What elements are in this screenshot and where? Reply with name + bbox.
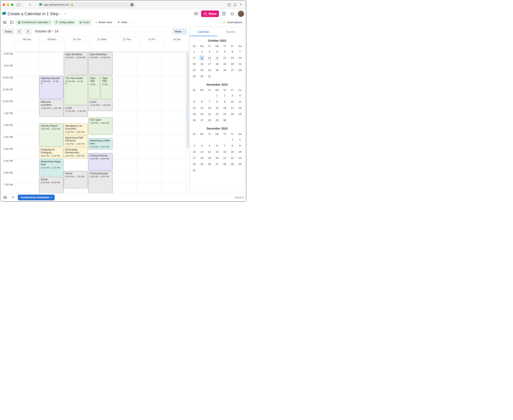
add-sheet-icon[interactable]: + (10, 195, 16, 200)
event[interactable]: Dinner6:00 PM – 7:30 PM (64, 171, 88, 188)
mini-day[interactable]: 28 (221, 161, 229, 167)
mini-day[interactable]: 3 (229, 92, 236, 98)
mini-day[interactable]: 4 (213, 48, 221, 55)
mini-day[interactable]: 9 (221, 98, 229, 105)
mini-day[interactable]: 11• +7 (213, 55, 221, 61)
event[interactable]: Industry Report2:00 PM – 4:00 PM (39, 123, 63, 147)
url-bar[interactable]: app.spreadsheet.com 🔒 ••• (39, 2, 135, 8)
mini-day[interactable]: 10• +6 (206, 55, 213, 61)
mini-day[interactable]: 4 (198, 142, 206, 149)
event[interactable]: Networking Happy Hour5:00 PM – 6:30 PM (39, 159, 63, 176)
mini-day[interactable]: 7 (206, 98, 213, 105)
mini-day[interactable]: 26 (206, 161, 213, 167)
mini-day[interactable]: 8 (213, 98, 221, 105)
mini-day[interactable]: 17 (229, 105, 236, 111)
mini-day[interactable]: 29 (190, 73, 198, 79)
close-window-icon[interactable] (3, 3, 5, 6)
mini-day[interactable]: 25 (198, 161, 206, 167)
event[interactable]: Open Breakfast8:00 AM – 10:00 AM (64, 52, 88, 75)
mini-day[interactable]: 13 (213, 149, 221, 155)
mini-day[interactable]: 18 (236, 105, 244, 111)
mini-day[interactable]: 8 (229, 142, 236, 149)
today-button[interactable]: Today (2, 28, 14, 35)
mini-day[interactable]: 27 (198, 117, 206, 123)
mini-day[interactable]: 11 (198, 149, 206, 155)
mini-day[interactable]: 30 (198, 73, 206, 79)
doc-title[interactable]: Create a Calendar in 1 Step (7, 12, 59, 16)
mini-day[interactable]: 13 (198, 105, 206, 111)
mini-day[interactable]: 22 (190, 67, 198, 73)
automations-button[interactable]: ⚡ Automations (220, 20, 244, 25)
mini-day[interactable]: 12 (190, 105, 198, 111)
more-icon[interactable]: ··· (131, 20, 136, 25)
mini-day[interactable]: 19 (221, 61, 229, 67)
event[interactable]: Welcome Luncheon12:00 PM – 1:30 PM (39, 100, 63, 117)
mini-day[interactable]: 5 (221, 48, 229, 55)
share-browser-icon[interactable] (232, 2, 238, 8)
event[interactable]: CEO Q&A1:30 PM – 3:00 PM (88, 117, 112, 135)
event[interactable]: Eliminating Bureaucracy4:00 PM – 5:00 PM (64, 147, 88, 158)
collapse-sidebar-button[interactable]: › (186, 109, 189, 119)
mini-day[interactable]: 6 (198, 98, 206, 105)
event[interactable]: Topic TBD10:00 … (88, 76, 100, 99)
tab-events[interactable]: Events (217, 28, 245, 36)
event[interactable]: Open Breakfast8:00 AM – 10:00 AM (88, 52, 112, 75)
mini-day[interactable]: 16 (236, 149, 244, 155)
mini-day[interactable]: 12 (221, 55, 229, 61)
event[interactable]: Opening Keynote10:00 AM – 12:00 P… (39, 76, 63, 99)
color-pill[interactable]: ◍ Color (77, 20, 91, 25)
mini-day[interactable]: 15 (229, 149, 236, 155)
user-avatar[interactable] (238, 11, 244, 17)
mini-day[interactable]: 1 (229, 136, 236, 142)
mini-day[interactable]: 4 (236, 92, 244, 98)
mini-day[interactable]: 24 (229, 111, 236, 117)
mini-day[interactable]: 24 (190, 161, 198, 167)
mini-day[interactable]: 21 (236, 61, 244, 67)
mini-day[interactable]: 2 (221, 92, 229, 98)
scrollbar[interactable] (186, 52, 189, 148)
mini-day[interactable]: 23 (198, 67, 206, 73)
event[interactable]: Lunch12:00 PM – 1:00 PM (88, 100, 112, 111)
event[interactable]: The Year Ahead10:00 AM – 12:30 P… (64, 76, 88, 105)
mini-day[interactable]: 12 (206, 149, 213, 155)
mini-day[interactable]: 28 (206, 117, 213, 123)
event[interactable]: Dinner6:30 PM – 8:00 PM (39, 177, 63, 193)
sheet-tab[interactable]: Conference Schedule ▾ (18, 195, 55, 200)
view-selector[interactable]: ▦ Conference Calendar ▾ (16, 20, 52, 25)
mini-day[interactable]: 31 (190, 167, 198, 173)
menu-icon[interactable] (2, 20, 7, 25)
event[interactable]: Preparing for Emerging…4:00 PM – 5:00 PM (39, 147, 63, 158)
using-dates-pill[interactable]: 🗓 Using dates (53, 20, 76, 25)
mini-day[interactable]: 18 (198, 155, 206, 161)
mini-day[interactable]: 20 (198, 111, 206, 117)
mini-day[interactable]: 23 (236, 155, 244, 161)
mini-day[interactable]: 30 (236, 161, 244, 167)
mini-day[interactable]: 3 (206, 48, 213, 55)
event[interactable]: Closing Keynote4:30 PM – 6:00 PM (88, 153, 112, 170)
help-icon[interactable] (221, 10, 227, 17)
sidebar-toggle-icon[interactable] (16, 2, 22, 8)
mini-day[interactable]: 23 (221, 111, 229, 117)
mini-day[interactable]: 21 (221, 155, 229, 161)
mini-day[interactable]: 2 (198, 48, 206, 55)
mini-day[interactable]: 20 (229, 61, 236, 67)
share-button[interactable]: Share (201, 10, 219, 17)
mini-day[interactable]: 22 (229, 155, 236, 161)
mini-day[interactable]: 18 (213, 61, 221, 67)
mini-day[interactable]: 30 (221, 117, 229, 123)
mini-day[interactable]: 19 (206, 155, 213, 161)
mini-day[interactable]: 26 (221, 67, 229, 73)
mini-day[interactable]: 26 (190, 117, 198, 123)
chevron-down-icon[interactable]: ⌄ (22, 2, 25, 8)
mini-day[interactable]: 6 (213, 142, 221, 149)
mini-day[interactable]: 17 (206, 61, 213, 67)
event[interactable]: Networking Coffee Hour3:15 PM – 4:15 PM (88, 138, 112, 150)
mini-day[interactable]: 15 (190, 61, 198, 67)
mini-day[interactable]: 29 (213, 117, 221, 123)
mini-day[interactable]: 21 (206, 111, 213, 117)
mini-day[interactable]: 9 (236, 142, 244, 149)
back-button[interactable] (27, 2, 33, 8)
mini-day[interactable]: 1 (213, 92, 221, 98)
event[interactable]: Closing Banquet6:00 PM – 8:00 PM (88, 171, 112, 193)
mini-day[interactable]: 2 (236, 136, 244, 142)
